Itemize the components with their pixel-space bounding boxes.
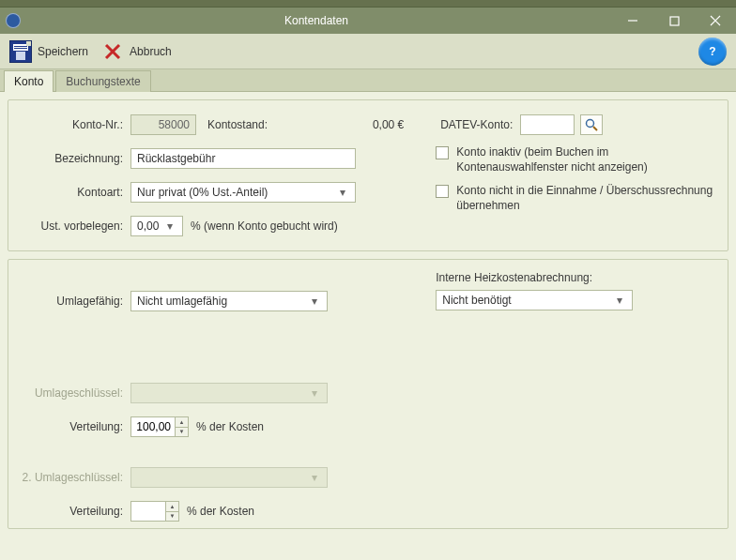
chevron-down-icon: ▾ [308,471,321,484]
label-datev-konto: DATEV-Konto: [436,118,520,131]
datev-konto-field[interactable] [520,114,575,135]
help-icon: ? [709,45,715,58]
label-interne-heiz: Interne Heizkostenabrechnung: [436,271,718,284]
cancel-button[interactable]: Abbruch [101,40,172,63]
label-kontostand: Kontostand: [207,118,268,131]
verteilung-2-stepper[interactable]: ▲▼ [130,501,179,522]
label-umlageschluessel-2: 2. Umlageschlüssel: [18,471,130,484]
svg-line-7 [593,127,597,130]
panel-umlage: Umlagefähig: Nicht umlagefähig ▾ Interne… [8,259,728,529]
maximize-button[interactable] [653,8,695,34]
save-button[interactable]: Speichern [9,40,88,63]
app-icon [6,13,21,28]
checkbox-konto-nicht-euer[interactable] [436,185,449,198]
search-icon [585,118,598,131]
label-verteilung-suffix-2: % der Kosten [187,505,254,518]
close-button[interactable] [695,8,736,34]
chevron-down-icon: ▾ [308,386,321,400]
label-konto-inaktiv: Konto inaktiv (beim Buchen im Kontenausw… [456,145,718,174]
label-ust-vorbelegen: Ust. vorbelegen: [18,219,130,233]
spin-down-icon[interactable]: ▼ [166,511,178,522]
cancel-button-label: Abbruch [130,45,172,58]
umlageschluessel2-select: ▾ [130,467,328,488]
interne-heiz-select[interactable]: Nicht benötigt ▾ [436,290,633,310]
label-verteilung-2: Verteilung: [18,505,130,518]
chevron-down-icon: ▾ [308,295,321,308]
toolbar: Speichern Abbruch ? [0,34,736,69]
label-verteilung-1: Verteilung: [18,420,130,433]
title-bar: Kontendaten [0,8,736,34]
tab-buchungstexte[interactable]: Buchungstexte [55,70,150,92]
save-button-label: Speichern [38,45,88,58]
chevron-down-icon: ▾ [613,294,626,307]
ust-select[interactable]: 0,00 ▾ [130,216,183,236]
umlagefaehig-select[interactable]: Nicht umlagefähig ▾ [130,291,328,311]
konto-nr-field[interactable] [130,114,196,135]
save-icon [9,40,32,63]
verteilung-1-stepper[interactable]: ▲▼ [130,416,189,437]
bezeichnung-field[interactable] [130,148,356,169]
label-ust-suffix: % (wenn Konto gebucht wird) [191,219,338,233]
panel-basics: Konto-Nr.: Kontostand: 0,00 € Bezeichnun… [8,99,728,251]
label-bezeichnung: Bezeichnung: [18,152,130,165]
chevron-down-icon: ▾ [163,219,176,233]
label-konto-nr: Konto-Nr.: [18,118,130,131]
label-umlageschluessel: Umlageschlüssel: [18,386,130,400]
label-konto-nicht-euer: Konto nicht in die Einnahme / Überschuss… [456,184,718,213]
spin-down-icon[interactable]: ▼ [176,427,188,437]
tab-strip: Konto Buchungstexte [0,69,736,92]
minimize-button[interactable] [612,8,653,34]
label-kontoart: Kontoart: [18,186,130,199]
cancel-icon [101,40,124,63]
tab-content: Konto-Nr.: Kontostand: 0,00 € Bezeichnun… [0,92,736,560]
help-button[interactable]: ? [698,38,727,66]
chevron-down-icon: ▾ [336,186,349,199]
kontostand-value: 0,00 € [268,118,407,131]
label-verteilung-suffix-1: % der Kosten [196,420,264,433]
window-title: Kontendaten [21,14,612,27]
svg-rect-1 [670,17,679,25]
spin-up-icon[interactable]: ▲ [176,417,188,427]
checkbox-konto-inaktiv[interactable] [436,146,449,159]
svg-point-6 [587,120,594,128]
kontoart-select[interactable]: Nur privat (0% Ust.-Anteil) ▾ [130,182,356,203]
label-umlagefaehig: Umlagefähig: [18,295,130,308]
datev-lookup-button[interactable] [580,114,603,135]
tab-konto[interactable]: Konto [4,70,54,92]
spin-up-icon[interactable]: ▲ [166,502,178,511]
umlageschluessel-select: ▾ [130,383,328,403]
